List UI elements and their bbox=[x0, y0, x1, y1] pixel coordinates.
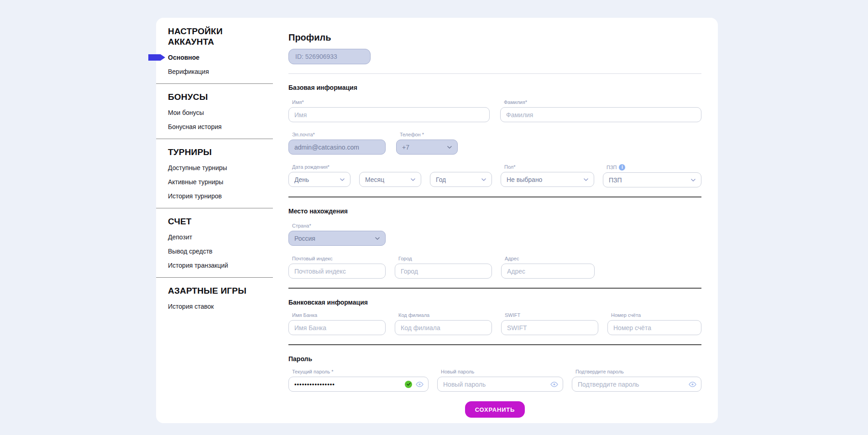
birth-day-select[interactable]: День bbox=[288, 172, 350, 187]
account-number-field: Номер счёта bbox=[607, 312, 701, 335]
section-divider bbox=[288, 344, 701, 345]
sidebar-item-main[interactable]: Основное bbox=[168, 54, 261, 61]
save-button[interactable]: СОХРАНИТЬ bbox=[465, 401, 525, 418]
last-name-field: Фамилия* bbox=[500, 99, 701, 122]
eye-icon[interactable] bbox=[689, 382, 696, 387]
birth-date-label: Дата рождения* bbox=[292, 164, 350, 170]
postal-code-input[interactable] bbox=[288, 264, 386, 279]
account-number-label: Номер счёта bbox=[611, 312, 701, 318]
sidebar-heading-tournaments: ТУРНИРЫ bbox=[168, 147, 261, 157]
country-label: Страна* bbox=[292, 223, 386, 229]
pzp-label-text: ПЗП bbox=[607, 165, 617, 171]
profile-id-value: ID: 526906933 bbox=[295, 53, 337, 60]
sidebar-item-label: Вывод средств bbox=[168, 248, 213, 255]
phone-code-select: +7 bbox=[396, 140, 458, 155]
sidebar-section-bonuses: БОНУСЫ Мои бонусы Бонусная история bbox=[156, 84, 273, 139]
postal-code-field: Почтовый индекс bbox=[288, 256, 386, 279]
page-title: Профиль bbox=[288, 32, 701, 43]
phone-label: Телефон * bbox=[400, 132, 458, 138]
eye-icon[interactable] bbox=[550, 382, 558, 387]
sidebar-section-account: НАСТРОЙКИ АККАУНТА Основное Верификация bbox=[156, 18, 273, 84]
birth-month-field: Месяц bbox=[359, 164, 421, 187]
password-row: Текущий пароль * Новый пароль bbox=[288, 369, 701, 392]
sidebar-item-bonus-history[interactable]: Бонусная история bbox=[168, 123, 261, 130]
section-divider bbox=[288, 73, 701, 74]
address-row: Почтовый индекс Город Адрес bbox=[288, 256, 701, 279]
bank-name-label: Имя Банка bbox=[292, 312, 386, 318]
current-password-field: Текущий пароль * bbox=[288, 369, 429, 392]
birth-year-label bbox=[434, 164, 492, 170]
birth-year-value: Год bbox=[436, 176, 446, 183]
pzp-value: ПЗП bbox=[609, 176, 622, 184]
country-row: Страна* Россия bbox=[288, 223, 701, 246]
confirm-password-label: Подтвердите пароль bbox=[575, 369, 701, 375]
account-settings-card: НАСТРОЙКИ АККАУНТА Основное Верификация … bbox=[156, 18, 718, 423]
chevron-down-icon bbox=[481, 178, 486, 181]
sidebar-item-active-tournaments[interactable]: Активные турниры bbox=[168, 178, 261, 186]
info-icon[interactable]: i bbox=[619, 164, 625, 171]
birth-month-label bbox=[363, 164, 421, 170]
sidebar-section-tournaments: ТУРНИРЫ Доступные турниры Активные турни… bbox=[156, 139, 273, 208]
swift-input[interactable] bbox=[501, 320, 598, 335]
first-name-input[interactable] bbox=[288, 107, 490, 122]
email-phone-row: Эл.почта* Телефон * +7 bbox=[288, 132, 701, 155]
city-input[interactable] bbox=[395, 264, 492, 279]
address-label: Адрес bbox=[505, 256, 595, 262]
branch-code-field: Код филиала bbox=[395, 312, 492, 335]
sidebar-item-bet-history[interactable]: История ставок bbox=[168, 303, 261, 310]
sidebar-item-deposit[interactable]: Депозит bbox=[168, 233, 261, 241]
first-name-label: Имя* bbox=[292, 99, 490, 105]
section-divider bbox=[288, 288, 701, 289]
country-field: Страна* Россия bbox=[288, 223, 386, 246]
postal-code-label: Почтовый индекс bbox=[292, 256, 386, 262]
phone-field: Телефон * +7 bbox=[396, 132, 458, 155]
chevron-down-icon bbox=[411, 178, 415, 181]
pzp-select[interactable]: ПЗП bbox=[603, 172, 701, 187]
sidebar-item-withdrawal[interactable]: Вывод средств bbox=[168, 248, 261, 255]
save-button-container: СОХРАНИТЬ bbox=[288, 401, 701, 418]
phone-code-value: +7 bbox=[402, 144, 409, 151]
sidebar-item-tournament-history[interactable]: История турниров bbox=[168, 192, 261, 200]
bank-name-field: Имя Банка bbox=[288, 312, 386, 335]
sidebar-item-label: Бонусная история bbox=[168, 123, 222, 130]
confirm-password-input[interactable] bbox=[572, 377, 701, 392]
chevron-down-icon bbox=[340, 178, 345, 181]
gender-select[interactable]: Не выбрано bbox=[501, 172, 594, 187]
confirm-password-field: Подтвердите пароль bbox=[572, 369, 701, 392]
new-password-label: Новый пароль bbox=[441, 369, 563, 375]
sidebar-section-account-money: СЧЕТ Депозит Вывод средств История транз… bbox=[156, 208, 273, 278]
bank-info-heading: Банковская информация bbox=[288, 298, 701, 306]
eye-icon[interactable] bbox=[416, 382, 424, 387]
birth-day-value: День bbox=[294, 176, 309, 183]
sidebar-heading-bonuses: БОНУСЫ bbox=[168, 92, 261, 102]
address-input[interactable] bbox=[501, 264, 595, 279]
birth-year-field: Год bbox=[430, 164, 492, 187]
sidebar-item-label: Мои бонусы bbox=[168, 109, 204, 116]
birth-month-select[interactable]: Месяц bbox=[359, 172, 421, 187]
basic-info-heading: Базовая информация bbox=[288, 83, 701, 92]
sidebar-item-transaction-history[interactable]: История транзакций bbox=[168, 262, 261, 269]
last-name-label: Фамилия* bbox=[504, 99, 701, 105]
birth-year-select[interactable]: Год bbox=[430, 172, 492, 187]
chevron-down-icon bbox=[691, 179, 695, 181]
last-name-input[interactable] bbox=[500, 107, 701, 122]
sidebar-item-label: Депозит bbox=[168, 233, 192, 241]
bank-row: Имя Банка Код филиала SWIFT Номер счёта bbox=[288, 312, 701, 335]
pzp-label: ПЗП i bbox=[607, 164, 701, 171]
sidebar-item-my-bonuses[interactable]: Мои бонусы bbox=[168, 109, 261, 116]
new-password-input[interactable] bbox=[437, 377, 563, 392]
profile-main: Профиль ID: 526906933 Базовая информация… bbox=[273, 18, 718, 423]
branch-code-input[interactable] bbox=[395, 320, 492, 335]
account-number-input[interactable] bbox=[607, 320, 701, 335]
city-field: Город bbox=[395, 256, 492, 279]
sidebar-item-label: История транзакций bbox=[168, 262, 228, 269]
sidebar-section-gambling: АЗАРТНЫЕ ИГРЫ История ставок bbox=[156, 278, 273, 318]
bank-name-input[interactable] bbox=[288, 320, 386, 335]
swift-label: SWIFT bbox=[505, 312, 598, 318]
swift-field: SWIFT bbox=[501, 312, 598, 335]
sidebar-item-available-tournaments[interactable]: Доступные турниры bbox=[168, 164, 261, 171]
sidebar-item-verification[interactable]: Верификация bbox=[168, 68, 261, 75]
sidebar-heading-account-settings: НАСТРОЙКИ АККАУНТА bbox=[168, 26, 261, 47]
sidebar-item-label: Доступные турниры bbox=[168, 164, 227, 171]
birth-gender-row: Дата рождения* День Месяц bbox=[288, 164, 701, 187]
